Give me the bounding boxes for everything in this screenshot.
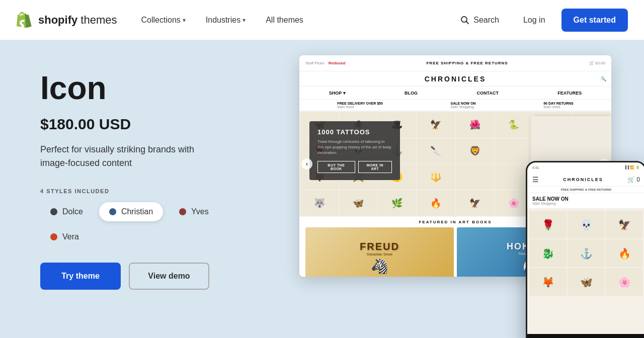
mobile-status-bar: 9:41 ▐▐ 📶 🔋 [527,162,644,173]
promo-sale: SALE NOW ONStart Shopping [450,102,475,109]
mobile-sale-banner: SALE NOW ON Start Shopping [527,193,644,209]
mobile-tattoo-cell: 💀 [568,211,605,238]
chevron-down-icon: ▾ [183,17,186,24]
tattoo-cell [456,164,494,190]
reduced-label: Reduced [329,61,346,65]
main-nav: Collections ▾ Industries ▾ All themes [133,11,453,30]
action-buttons: Try theme View demo [40,263,252,290]
preview-container: Stuff Picks Reduced FREE SHIPPING & FREE… [299,55,626,338]
buy-book-button[interactable]: BUY THE BOOK [317,161,355,173]
get-started-button[interactable]: Get started [561,9,628,32]
mobile-shipping-bar: FREE SHIPPING & FREE RETURNS [527,187,644,193]
free-shipping-banner: FREE SHIPPING & FREE RETURNS [426,61,508,65]
mobile-tattoo-cell: 🌹 [529,211,567,238]
preview-panel: Stuff Picks Reduced FREE SHIPPING & FREE… [282,40,644,338]
style-color-dolce [50,208,57,215]
mobile-tattoo-cell: 🦋 [568,268,605,296]
logo[interactable]: shopify themes [16,11,117,29]
mobile-tattoo-cell: 🌸 [606,268,643,296]
nav-item-collections[interactable]: Collections ▾ [133,11,194,30]
mobile-time: 9:41 [532,166,539,170]
more-in-art-button[interactable]: MORE IN ART [358,161,392,173]
subnav-blog: BLOG [405,91,418,96]
freud-subtitle: Sebastian Smee [360,252,399,256]
brand-name: CHRONICLES [425,75,487,83]
mobile-preview: 9:41 ▐▐ 📶 🔋 ☰ CHRONICLES 🛒 0 FREE SHIPPI… [526,161,644,338]
tattoo-cell: 🌿 [378,190,416,216]
nav-all-themes-label: All themes [266,16,303,25]
header-actions: Search Log in Get started [452,9,628,32]
overlay-buttons: BUY THE BOOK MORE IN ART [317,161,392,173]
tattoo-cell: 🦅 [456,190,494,216]
mobile-cart-icon[interactable]: 🛒 0 [627,176,640,183]
chevron-down-icon: ▾ [243,17,246,24]
promo-returns: 90 DAY RETURNSlearn more [543,102,574,109]
nav-item-all-themes[interactable]: All themes [258,11,311,30]
theme-title: Icon [40,70,252,106]
style-option-christian[interactable]: Christian [99,202,163,221]
style-option-vera[interactable]: Vera [40,227,89,246]
subnav-contact: CONTACT [477,91,499,96]
main-content: Icon $180.00 USD Perfect for visually st… [0,40,644,338]
style-label-dolce: Dolce [62,207,83,216]
mobile-content: SALE NOW ON Start Shopping 🌹 💀 🦅 🐉 ⚓ 🔥 🦊… [527,193,644,334]
mobile-menu-icon[interactable]: ☰ [532,176,539,184]
stuff-picks-label: Stuff Picks [305,61,325,65]
mobile-header: ☰ CHRONICLES 🛒 0 [527,173,644,187]
desktop-browser-bar: Stuff Picks Reduced FREE SHIPPING & FREE… [299,55,611,71]
style-color-yves [179,208,186,215]
login-button[interactable]: Log in [515,11,553,30]
mobile-tattoo-cell: 🦅 [606,211,643,238]
style-option-dolce[interactable]: Dolce [40,202,93,221]
search-icon [460,16,469,25]
shopify-logo-icon [16,11,34,29]
tattoo-cell: 🦁 [456,138,494,164]
tattoo-cell: 🌺 [456,112,494,138]
view-demo-button[interactable]: View demo [129,263,209,290]
nav-industries-label: Industries [206,16,240,25]
subnav-features: FEATURES [557,91,582,96]
store-subnav: SHOP ▾ BLOG CONTACT FEATURES [299,87,611,100]
overlay-description: Trawl through centuries of tattooing in … [317,139,392,156]
style-option-yves[interactable]: Yves [169,202,219,221]
brand-bar: CHRONICLES 🔍 [299,71,611,87]
promo-delivery: FREE DELIVERY OVER $50learn more [337,102,383,109]
try-theme-button[interactable]: Try theme [40,263,121,290]
styles-label: 4 STYLES INCLUDED [40,188,252,194]
freud-image: 🦓 [360,258,399,275]
tattoo-cell: 🐍 [495,112,533,138]
style-label-vera: Vera [62,232,79,241]
theme-description: Perfect for visually striking brands wit… [40,143,221,170]
mobile-sale-title: SALE NOW ON [532,196,640,202]
mobile-tattoo-cell: 🦊 [529,268,567,296]
theme-info-panel: Icon $180.00 USD Perfect for visually st… [0,40,282,338]
mobile-sale-sub: Start Shopping [532,202,640,205]
mobile-tattoo-cell: 🔥 [606,239,643,267]
search-button[interactable]: Search [452,11,507,30]
mobile-icons: ▐▐ 📶 🔋 [624,165,640,170]
style-color-christian [109,208,116,215]
theme-price: $180.00 USD [40,116,252,133]
cart-area: 🛒 £0.00 [589,61,605,65]
style-label-yves: Yves [191,207,209,216]
tattoo-cell [495,138,533,164]
nav-collections-label: Collections [141,16,181,25]
book-freud: FREUD Sebastian Smee 🦓 [305,227,454,277]
product-overlay-card: 1000 TATTOOS Trawl through centuries of … [309,121,400,180]
carousel-prev-button[interactable]: ‹ [301,158,312,170]
nav-item-industries[interactable]: Industries ▾ [198,11,254,30]
overlay-title: 1000 TATTOOS [317,128,392,136]
tattoo-cell: 🔱 [417,164,455,190]
tattoo-cell: 🦋 [339,190,377,216]
store-nav-left: Stuff Picks Reduced [305,61,345,65]
tattoo-cell: 🔪 [417,138,455,164]
tattoo-cell: 🦅 [417,112,455,138]
promo-bar: FREE DELIVERY OVER $50learn more SALE NO… [299,100,611,111]
mobile-brand: CHRONICLES [563,177,603,182]
style-color-vera [50,233,57,240]
freud-content: FREUD Sebastian Smee 🦓 [360,241,399,275]
tattoo-cell: 🔥 [417,190,455,216]
search-bar-icon: 🔍 [601,76,606,81]
logo-text: shopify themes [38,14,117,27]
mobile-tattoo-grid: 🌹 💀 🦅 🐉 ⚓ 🔥 🦊 🦋 🌸 [527,209,644,298]
